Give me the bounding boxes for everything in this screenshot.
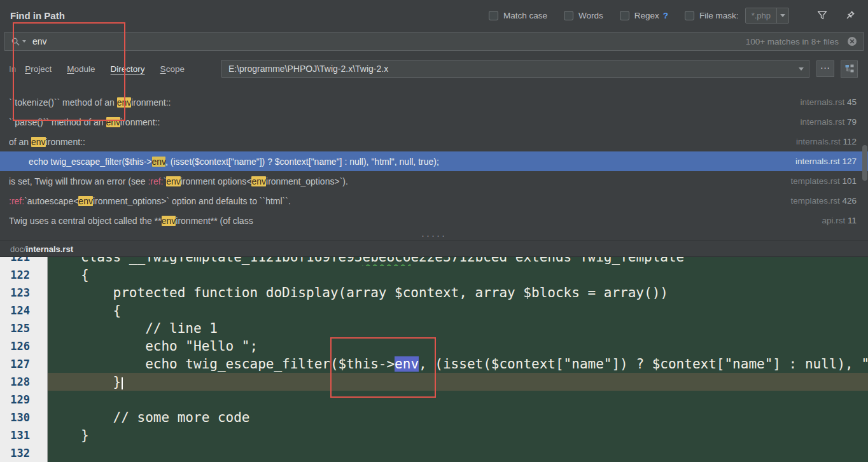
path-dropdown-icon[interactable] — [794, 60, 809, 77]
scope-scope-mnemonic: S — [160, 64, 166, 74]
code-text: protected function doDisplay(array $cont… — [48, 284, 868, 302]
directory-structure-icon — [844, 64, 855, 74]
result-text: of an environment:: — [9, 137, 786, 147]
pin-icon — [844, 10, 856, 21]
code-text: { — [48, 302, 868, 319]
code-text: { — [48, 266, 868, 284]
code-editor[interactable]: 121class __TwigTemplate_1121b6f169fe93eb… — [0, 257, 868, 462]
code-text: echo "Hello "; — [48, 337, 868, 355]
regex-label: Regex — [634, 11, 659, 20]
result-row[interactable]: of an environment::internals.rst 112 — [0, 132, 868, 151]
match-count: 100+ matches in 8+ files — [746, 37, 839, 46]
in-label: In — [9, 64, 16, 74]
file-mask-combo[interactable]: *.php — [745, 8, 789, 24]
result-file-reference: internals.rst 112 — [796, 137, 857, 146]
resize-grip[interactable]: ····· — [0, 230, 868, 241]
result-row[interactable]: ``tokenize()`` method of an environment:… — [0, 92, 868, 112]
line-number: 130 — [0, 409, 48, 426]
code-line: 128 } — [0, 373, 868, 391]
code-line: 130 // some more code — [0, 409, 868, 426]
scope-module-mnemonic: M — [67, 64, 74, 74]
file-mask-dropdown-icon[interactable] — [776, 8, 788, 23]
result-row[interactable]: Twig uses a central object called the **… — [0, 211, 868, 230]
result-row[interactable]: echo twig_escape_filter($this->env, (iss… — [0, 151, 868, 171]
regex-checkbox[interactable] — [620, 11, 629, 20]
preview-breadcrumb: doc/internals.rst — [0, 241, 868, 257]
results-scrollbar-thumb[interactable] — [862, 145, 867, 181]
browse-button[interactable]: ... — [816, 60, 834, 77]
result-row[interactable]: :ref:`autoescape<environment_options>` o… — [0, 191, 868, 211]
words-checkbox[interactable] — [564, 11, 573, 20]
result-row[interactable]: is set, Twig will throw an error (see :r… — [0, 171, 868, 191]
search-options-bar: Match case Words Regex ? File mask: *.ph… — [489, 8, 858, 24]
result-file-reference: internals.rst 45 — [800, 97, 857, 107]
result-row[interactable]: ``parse()`` method of an environment::in… — [0, 112, 868, 132]
scope-directory[interactable]: Directory — [111, 64, 145, 74]
line-number: 129 — [0, 391, 48, 409]
code-line: 121class __TwigTemplate_1121b6f169fe93eb… — [0, 257, 868, 266]
match-case-label: Match case — [503, 11, 547, 20]
result-file-reference: internals.rst 79 — [800, 117, 857, 127]
code-line: 132 — [0, 444, 868, 462]
find-in-path-panel: Find in Path Match case Words Regex ? Fi… — [0, 0, 868, 241]
line-number: 125 — [0, 319, 48, 337]
result-text: ``tokenize()`` method of an environment:… — [9, 97, 790, 108]
file-mask-option[interactable]: File mask: *.php — [685, 8, 789, 24]
search-input[interactable] — [32, 36, 746, 46]
code-line: 129 — [0, 391, 868, 409]
scope-project-mnemonic: P — [25, 64, 31, 74]
line-number: 123 — [0, 284, 48, 302]
filter-button[interactable] — [815, 8, 830, 23]
code-text: } — [48, 426, 868, 444]
directory-structure-button[interactable] — [841, 60, 858, 78]
file-mask-value: *.php — [746, 11, 776, 20]
code-line: 123 protected function doDisplay(array $… — [0, 284, 868, 302]
scope-project[interactable]: Project — [25, 64, 52, 74]
result-text: ``parse()`` method of an environment:: — [9, 117, 790, 127]
search-bar[interactable]: 100+ matches in 8+ files — [4, 32, 864, 51]
result-text: Twig uses a central object called the **… — [9, 216, 811, 226]
directory-path: E:\programme\PHPOJ\Twig-2.x\Twig-2.x — [222, 64, 794, 74]
match-case-option[interactable]: Match case — [489, 11, 547, 20]
code-text: } — [48, 373, 868, 391]
breadcrumb-directory: doc/ — [10, 244, 26, 254]
regex-help-link[interactable]: ? — [663, 11, 668, 20]
words-option[interactable]: Words — [564, 11, 603, 20]
search-history-chevron-icon[interactable] — [22, 40, 26, 43]
clear-search-icon — [847, 36, 857, 46]
panel-header: Find in Path Match case Words Regex ? Fi… — [0, 0, 868, 31]
line-number: 126 — [0, 337, 48, 355]
clear-search-button[interactable] — [846, 36, 857, 47]
search-icon — [11, 37, 20, 46]
match-case-checkbox[interactable] — [489, 11, 498, 20]
code-line: 131} — [0, 426, 868, 444]
code-text: class __TwigTemplate_1121b6f169fe93ebe8c… — [48, 257, 868, 266]
dialog-title: Find in Path — [10, 10, 65, 21]
scope-module[interactable]: Module — [67, 64, 95, 74]
result-text: :ref:`autoescape<environment_options>` o… — [9, 196, 780, 206]
line-number: 121 — [0, 257, 48, 266]
result-file-reference: templates.rst 101 — [790, 176, 857, 186]
result-file-reference: internals.rst 127 — [795, 157, 857, 166]
code-line: 122{ — [0, 266, 868, 284]
result-file-reference: templates.rst 426 — [790, 196, 857, 206]
scope-project-label: roject — [31, 64, 52, 74]
words-label: Words — [578, 11, 603, 20]
file-mask-checkbox[interactable] — [685, 11, 694, 20]
code-line: 127 echo twig_escape_filter($this->env, … — [0, 355, 868, 373]
result-text: echo twig_escape_filter($this->env, (iss… — [9, 157, 785, 167]
results-area: ``tokenize()`` method of an environment:… — [0, 92, 868, 241]
directory-path-combo[interactable]: E:\programme\PHPOJ\Twig-2.x\Twig-2.x — [221, 60, 809, 78]
result-file-reference: api.rst 11 — [822, 216, 857, 225]
line-number: 131 — [0, 426, 48, 444]
code-line: 126 echo "Hello "; — [0, 337, 868, 355]
code-text: // some more code — [48, 409, 868, 426]
pin-button[interactable] — [843, 8, 858, 23]
code-lines: 121class __TwigTemplate_1121b6f169fe93eb… — [0, 257, 868, 462]
scope-module-label: odule — [74, 64, 95, 74]
code-text — [48, 444, 868, 462]
results-list: ``tokenize()`` method of an environment:… — [0, 92, 868, 230]
scope-scope[interactable]: Scope — [160, 64, 185, 74]
code-text: echo twig_escape_filter($this->env, (iss… — [48, 355, 868, 373]
regex-option[interactable]: Regex ? — [620, 11, 668, 20]
